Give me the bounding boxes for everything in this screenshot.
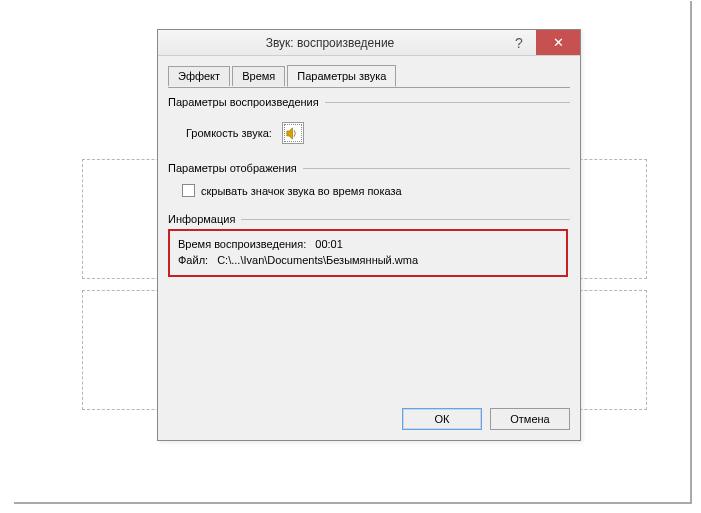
divider bbox=[325, 102, 570, 103]
info-highlight: Время воспроизведения: 00:01 Файл: C:\..… bbox=[168, 229, 568, 277]
group-playback-label: Параметры воспроизведения bbox=[168, 96, 319, 108]
page-frame: Звук: воспроизведение ? ✕ Эффект Время П… bbox=[14, 1, 692, 504]
hide-icon-label: скрывать значок звука во время показа bbox=[201, 185, 402, 197]
tab-timing[interactable]: Время bbox=[232, 66, 285, 86]
close-icon: ✕ bbox=[553, 35, 564, 50]
help-button[interactable]: ? bbox=[502, 30, 536, 55]
tab-effect[interactable]: Эффект bbox=[168, 66, 230, 86]
titlebar: Звук: воспроизведение ? ✕ bbox=[158, 30, 580, 56]
group-display-label: Параметры отображения bbox=[168, 162, 297, 174]
group-info: Информация Время воспроизведения: 00:01 … bbox=[168, 213, 570, 277]
volume-button[interactable] bbox=[282, 122, 304, 144]
tab-sound-params[interactable]: Параметры звука bbox=[287, 65, 396, 87]
dialog-title: Звук: воспроизведение bbox=[158, 30, 502, 55]
volume-label: Громкость звука: bbox=[186, 127, 272, 139]
sound-playback-dialog: Звук: воспроизведение ? ✕ Эффект Время П… bbox=[157, 29, 581, 441]
group-info-label: Информация bbox=[168, 213, 235, 225]
cancel-button[interactable]: Отмена bbox=[490, 408, 570, 430]
info-file-value: C:\...\Ivan\Documents\Безымянный.wma bbox=[217, 253, 418, 269]
info-time-value: 00:01 bbox=[315, 237, 343, 253]
svg-marker-0 bbox=[287, 127, 293, 138]
ok-button[interactable]: ОК bbox=[402, 408, 482, 430]
tab-body: Параметры воспроизведения Громкость звук… bbox=[168, 88, 570, 390]
group-display: Параметры отображения скрывать значок зв… bbox=[168, 162, 570, 203]
tabstrip: Эффект Время Параметры звука bbox=[168, 65, 570, 88]
info-time-label: Время воспроизведения: bbox=[178, 237, 306, 253]
dialog-button-row: ОК Отмена bbox=[158, 400, 580, 440]
divider bbox=[303, 168, 570, 169]
hide-icon-checkbox[interactable] bbox=[182, 184, 195, 197]
close-button[interactable]: ✕ bbox=[536, 30, 580, 55]
divider bbox=[241, 219, 570, 220]
info-file-label: Файл: bbox=[178, 253, 208, 269]
speaker-icon bbox=[286, 127, 299, 140]
group-playback: Параметры воспроизведения Громкость звук… bbox=[168, 96, 570, 152]
